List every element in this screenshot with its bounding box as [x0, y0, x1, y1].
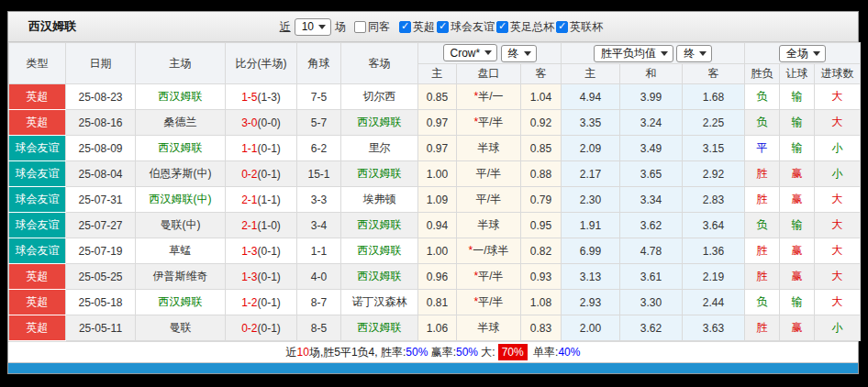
stats-table: 类型 日期 主场 比分(半场) 角球 客场 Crow* 终	[8, 42, 861, 341]
league-filter-2[interactable]: 球会友谊	[437, 19, 495, 35]
result-winloss: 胜	[745, 315, 780, 341]
corner-score: 15-1	[297, 161, 341, 187]
result-goals: 小	[815, 161, 861, 187]
fulltime-score: 2-1	[241, 194, 257, 206]
match-type-badge: 英超	[9, 315, 66, 341]
odds-home: 0.94	[418, 213, 457, 238]
result-winloss: 胜	[745, 187, 780, 213]
checkbox-checked-icon[interactable]	[437, 21, 449, 33]
scope-select[interactable]: 全场	[779, 45, 826, 62]
avg-home: 3.35	[562, 110, 620, 136]
line-text: 平/半	[478, 116, 503, 128]
avg-draw: 3.62	[620, 213, 683, 238]
odds-away: 1.04	[521, 84, 562, 110]
near-label: 近	[280, 19, 291, 35]
chevron-down-icon	[661, 51, 668, 56]
bookmaker-select[interactable]: Crow*	[443, 44, 498, 61]
checkbox-checked-icon[interactable]	[496, 21, 508, 33]
summary-bar: 近10场,胜5平1负4, 胜率:50% 赢率:50% 大:70% 单率:40%	[8, 341, 858, 362]
league-filter-1[interactable]: 英超	[399, 19, 435, 35]
avg-select-group: 胜平负均值 终	[562, 43, 745, 64]
away-team: 西汉姆联	[341, 213, 418, 238]
bookmaker-final-select[interactable]: 终	[501, 45, 537, 62]
avg-draw: 4.78	[620, 238, 683, 264]
result-winloss: 负	[745, 110, 780, 136]
summary-segment: 赢率:	[428, 345, 456, 360]
home-team: 西汉姆联	[136, 290, 226, 315]
odds-away: 0.92	[521, 110, 562, 136]
checkbox-checked-icon[interactable]	[556, 21, 568, 33]
home-team: 桑德兰	[136, 110, 226, 136]
summary-segment: 场,胜5平1负4, 胜率:	[309, 345, 406, 360]
halftime-score: (0-1)	[258, 142, 281, 155]
avg-select[interactable]: 胜平负均值	[594, 45, 673, 62]
col-date: 日期	[66, 43, 136, 84]
match-score: 1-5(1-3)	[226, 84, 297, 110]
top-bar: 西汉姆联 近 10 场 同客 英超球会友谊英足总杯英联杯	[8, 12, 858, 42]
col-result: 胜负	[745, 64, 780, 84]
avg-away: 2.19	[683, 264, 745, 290]
avg-home: 2.00	[562, 315, 620, 341]
match-date: 25-05-25	[66, 264, 136, 290]
halftime-score: (0-1)	[258, 296, 281, 309]
summary-segment: 40%	[558, 346, 580, 359]
col-corner: 角球	[297, 43, 341, 84]
match-date: 25-05-11	[66, 315, 136, 341]
avg-home: 1.91	[562, 213, 620, 238]
halftime-score: (0-1)	[258, 322, 281, 335]
handicap-line: *一/球半	[457, 238, 521, 264]
checkbox-checked-icon[interactable]	[399, 21, 411, 33]
corner-score: 3-4	[297, 213, 341, 238]
league-filter-3[interactable]: 英足总杯	[496, 19, 554, 35]
avg-away: 3.64	[683, 213, 745, 238]
result-handicap: 输	[780, 110, 815, 136]
match-type-badge: 球会友谊	[9, 187, 66, 213]
avg-away: 1.68	[683, 84, 745, 110]
avg-final-value: 终	[684, 46, 695, 61]
halftime-score: (0-1)	[258, 168, 281, 181]
handicap-line: 半球	[457, 315, 521, 341]
handicap-line: *平/半	[457, 290, 521, 315]
avg-home: 2.17	[562, 161, 620, 187]
table-row: 球会友谊 25-08-04 伯恩茅斯(中) 0-2(0-1) 15-1 西汉姆联…	[9, 161, 861, 187]
result-goals: 大	[815, 290, 861, 315]
odds-away: 0.88	[521, 161, 562, 187]
odds-away: 0.79	[521, 187, 562, 213]
line-text: 平/半	[476, 167, 501, 180]
fulltime-score: 1-1	[241, 142, 257, 155]
avg-final-select[interactable]: 终	[676, 45, 712, 62]
odds-home: 1.00	[418, 161, 457, 187]
col-score: 比分(半场)	[226, 43, 297, 84]
table-row: 英超 25-05-18 西汉姆联 1-2(0-1) 8-7 诺丁汉森林 0.81…	[9, 290, 861, 315]
col-odds-line: 盘口	[457, 64, 521, 84]
result-handicap: 输	[780, 213, 815, 238]
result-goals: 大	[815, 110, 861, 136]
result-winloss: 负	[745, 290, 780, 315]
same-venue-filter[interactable]: 同客	[354, 19, 390, 35]
line-text: 半球	[478, 141, 500, 154]
match-score: 1-2(0-1)	[226, 290, 297, 315]
col-avg-draw: 和	[620, 64, 683, 84]
league-filter-4[interactable]: 英联杯	[556, 19, 603, 35]
checkbox-unchecked-icon[interactable]	[354, 21, 366, 33]
result-goals: 大	[815, 264, 861, 290]
scope-select-group: 全场	[745, 43, 861, 64]
col-odds-away: 客	[521, 64, 562, 84]
line-text: 半/一	[478, 90, 503, 103]
match-count-select[interactable]: 10	[295, 18, 331, 36]
corner-score: 5-7	[297, 110, 341, 136]
result-winloss: 胜	[745, 161, 780, 187]
odds-away: 0.95	[521, 213, 562, 238]
col-avg-away: 客	[683, 64, 745, 84]
bottom-accent-bar	[8, 362, 858, 373]
table-row: 英超 25-05-25 伊普斯维奇 1-3(0-1) 4-0 西汉姆联 0.96…	[9, 264, 861, 290]
avg-draw: 3.99	[620, 84, 683, 110]
avg-draw: 3.24	[620, 110, 683, 136]
avg-draw: 3.65	[620, 161, 683, 187]
odds-away: 0.93	[521, 264, 562, 290]
table-row: 英超 25-08-23 西汉姆联 1-5(1-3) 7-5 切尔西 0.85 *…	[9, 84, 861, 110]
result-handicap: 赢	[780, 187, 815, 213]
line-text: 平/半	[478, 295, 503, 308]
result-handicap: 输	[780, 290, 815, 315]
page-title: 西汉姆联	[28, 18, 76, 35]
